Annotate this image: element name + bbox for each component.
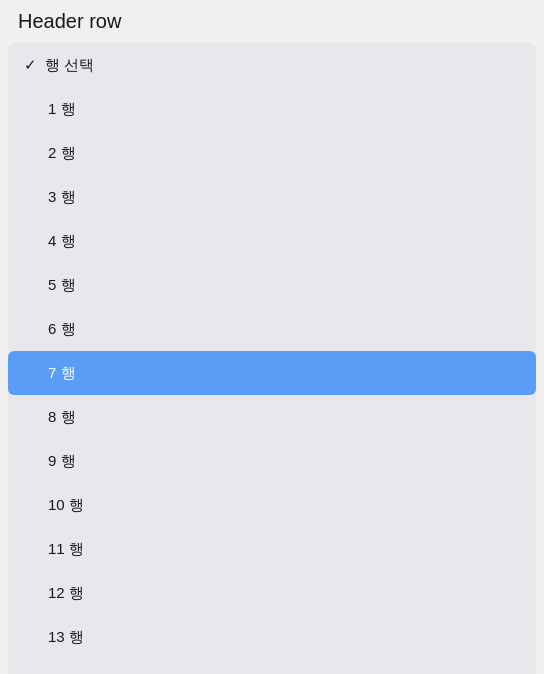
dropdown-item-row-5[interactable]: 5 행 [8, 263, 536, 307]
item-label: 9 행 [48, 452, 76, 471]
dropdown-item-row-8[interactable]: 8 행 [8, 395, 536, 439]
page-wrapper: Header row ✓행 선택1 행2 행3 행4 행5 행6 행7 행8 행… [0, 0, 544, 674]
page-title: Header row [0, 0, 544, 43]
dropdown-item-row-2[interactable]: 2 행 [8, 131, 536, 175]
dropdown-list: ✓행 선택1 행2 행3 행4 행5 행6 행7 행8 행9 행10 행11 행… [8, 43, 536, 674]
item-label: 2 행 [48, 144, 76, 163]
dropdown-item-row-7[interactable]: 7 행 [8, 351, 536, 395]
item-label: 13 행 [48, 628, 84, 647]
dropdown-item-select-row[interactable]: ✓행 선택 [8, 43, 536, 87]
item-label: 6 행 [48, 320, 76, 339]
item-label: 5 행 [48, 276, 76, 295]
dropdown-item-row-9[interactable]: 9 행 [8, 439, 536, 483]
checkmark-icon: ✓ [24, 56, 37, 74]
item-label: 3 행 [48, 188, 76, 207]
item-label: 8 행 [48, 408, 76, 427]
dropdown-item-row-10[interactable]: 10 행 [8, 483, 536, 527]
item-label: 4 행 [48, 232, 76, 251]
dropdown-item-row-14[interactable]: 14 행 [8, 659, 536, 674]
dropdown-item-row-12[interactable]: 12 행 [8, 571, 536, 615]
item-label: 11 행 [48, 540, 84, 559]
item-label: 12 행 [48, 584, 84, 603]
item-label: 행 선택 [45, 56, 94, 75]
dropdown-item-row-4[interactable]: 4 행 [8, 219, 536, 263]
item-label: 7 행 [48, 364, 76, 383]
dropdown-item-row-1[interactable]: 1 행 [8, 87, 536, 131]
dropdown-item-row-6[interactable]: 6 행 [8, 307, 536, 351]
dropdown-item-row-13[interactable]: 13 행 [8, 615, 536, 659]
item-label: 10 행 [48, 496, 84, 515]
dropdown-item-row-3[interactable]: 3 행 [8, 175, 536, 219]
dropdown-item-row-11[interactable]: 11 행 [8, 527, 536, 571]
item-label: 1 행 [48, 100, 76, 119]
